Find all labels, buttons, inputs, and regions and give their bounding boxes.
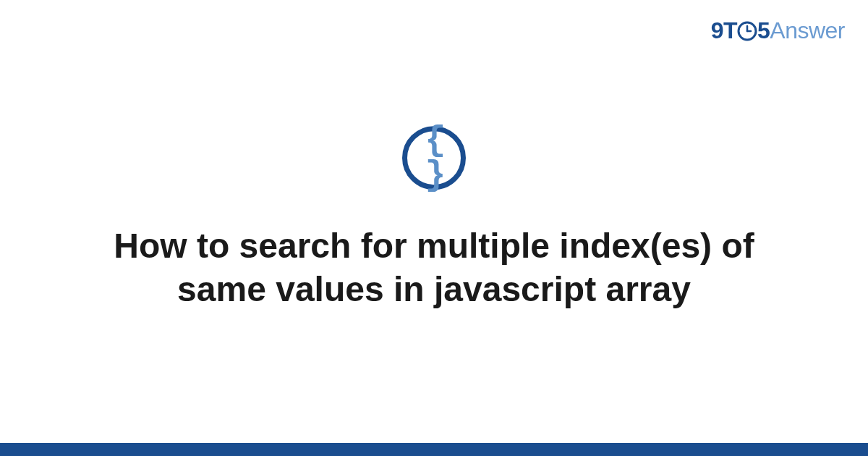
logo-clock-icon xyxy=(737,21,757,41)
page-title: How to search for multiple index(es) of … xyxy=(109,224,760,311)
logo-text-9t: 9T xyxy=(711,17,737,43)
bottom-accent-bar xyxy=(0,443,868,456)
braces-icon: { } xyxy=(407,123,461,193)
logo-text-5: 5 xyxy=(757,17,770,43)
main-content: { } How to search for multiple index(es)… xyxy=(0,126,868,311)
logo-text-answer: Answer xyxy=(770,17,845,43)
site-logo: 9T5Answer xyxy=(711,17,845,44)
category-icon-circle: { } xyxy=(402,126,466,190)
